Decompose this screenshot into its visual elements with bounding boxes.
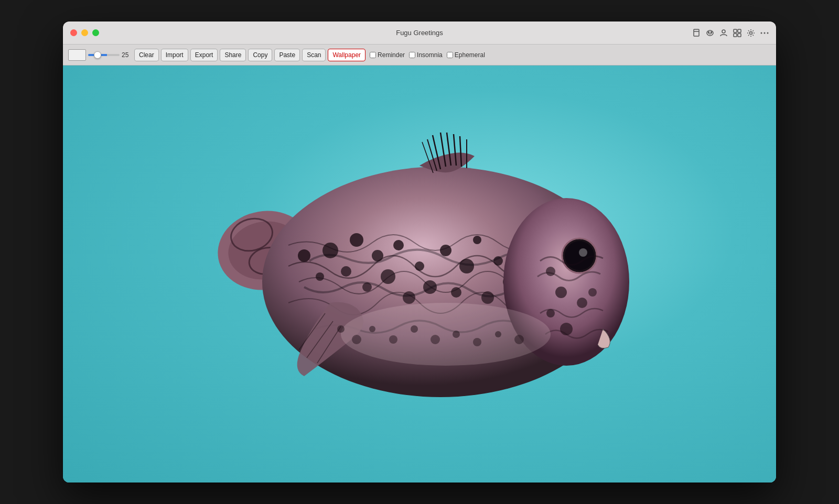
- paste-button[interactable]: Paste: [274, 49, 300, 61]
- svg-rect-8: [734, 34, 737, 37]
- app-window: Fugu Greetings: [63, 21, 776, 483]
- svg-point-22: [341, 266, 351, 277]
- svg-point-75: [453, 331, 460, 338]
- fish-scene: [63, 65, 776, 483]
- checkbox-group: Reminder Insomnia Ephemeral: [370, 51, 485, 59]
- scan-button[interactable]: Scan: [302, 49, 326, 61]
- svg-point-66: [577, 298, 587, 308]
- ephemeral-checkbox-label[interactable]: Ephemeral: [447, 51, 485, 59]
- svg-point-20: [316, 272, 324, 281]
- settings-icon[interactable]: [747, 29, 755, 37]
- color-swatch[interactable]: [68, 49, 86, 61]
- svg-point-71: [369, 326, 375, 332]
- svg-point-3: [708, 31, 709, 32]
- svg-point-72: [389, 335, 397, 344]
- svg-point-64: [546, 309, 555, 317]
- canvas-area[interactable]: [63, 65, 776, 483]
- new-doc-icon[interactable]: [692, 29, 701, 37]
- svg-rect-9: [738, 34, 741, 37]
- minimize-button[interactable]: [81, 29, 88, 36]
- wallpaper-button[interactable]: Wallpaper: [328, 49, 365, 61]
- slider-container: 25: [88, 51, 132, 59]
- svg-point-19: [298, 249, 310, 262]
- svg-point-25: [372, 250, 383, 261]
- svg-point-63: [555, 287, 567, 298]
- puzzle-icon[interactable]: [733, 29, 741, 37]
- svg-point-76: [473, 338, 481, 346]
- svg-point-4: [711, 31, 712, 32]
- share-button[interactable]: Share: [220, 49, 246, 61]
- insomnia-checkbox[interactable]: [409, 52, 415, 58]
- svg-point-10: [750, 31, 752, 34]
- svg-point-13: [767, 32, 769, 34]
- reminder-checkbox-label[interactable]: Reminder: [370, 51, 405, 59]
- svg-rect-6: [734, 29, 737, 32]
- svg-point-2: [707, 30, 713, 36]
- svg-point-77: [495, 331, 501, 337]
- svg-point-60: [579, 248, 587, 257]
- mask-icon[interactable]: [706, 29, 714, 37]
- titlebar-actions: [692, 29, 769, 37]
- reminder-label: Reminder: [378, 51, 405, 59]
- svg-point-59: [565, 241, 594, 270]
- svg-point-70: [352, 335, 361, 344]
- close-button[interactable]: [70, 29, 77, 36]
- svg-point-12: [764, 32, 766, 34]
- reminder-checkbox[interactable]: [370, 52, 376, 58]
- svg-point-34: [473, 236, 481, 244]
- person-icon[interactable]: [719, 29, 728, 37]
- svg-point-29: [415, 261, 424, 271]
- svg-point-74: [431, 335, 440, 344]
- svg-point-73: [411, 325, 418, 333]
- svg-point-65: [560, 323, 573, 335]
- svg-point-27: [393, 240, 404, 250]
- toolbar: 25 Clear Import Export Share Copy Paste …: [63, 45, 776, 65]
- svg-rect-7: [738, 29, 741, 32]
- svg-point-23: [350, 233, 363, 247]
- size-slider[interactable]: [88, 54, 120, 56]
- svg-point-69: [337, 325, 345, 333]
- insomnia-label: Insomnia: [417, 51, 443, 59]
- ephemeral-checkbox[interactable]: [447, 52, 453, 58]
- svg-point-11: [761, 32, 762, 34]
- svg-point-5: [722, 30, 725, 33]
- svg-point-68: [341, 303, 551, 366]
- import-button[interactable]: Import: [161, 49, 188, 61]
- window-title: Fugu Greetings: [396, 29, 443, 37]
- export-button[interactable]: Export: [190, 49, 218, 61]
- copy-button[interactable]: Copy: [248, 49, 272, 61]
- svg-point-32: [451, 287, 461, 298]
- slider-value: 25: [122, 51, 132, 59]
- ephemeral-label: Ephemeral: [455, 51, 485, 59]
- insomnia-checkbox-label[interactable]: Insomnia: [409, 51, 443, 59]
- svg-rect-0: [694, 29, 699, 36]
- clear-button[interactable]: Clear: [134, 49, 159, 61]
- maximize-button[interactable]: [92, 29, 99, 36]
- more-icon[interactable]: [760, 29, 769, 37]
- window-controls: [70, 29, 99, 36]
- titlebar: Fugu Greetings: [63, 21, 776, 45]
- svg-point-67: [588, 288, 597, 297]
- svg-point-78: [514, 335, 524, 344]
- fish-illustration: [184, 104, 655, 444]
